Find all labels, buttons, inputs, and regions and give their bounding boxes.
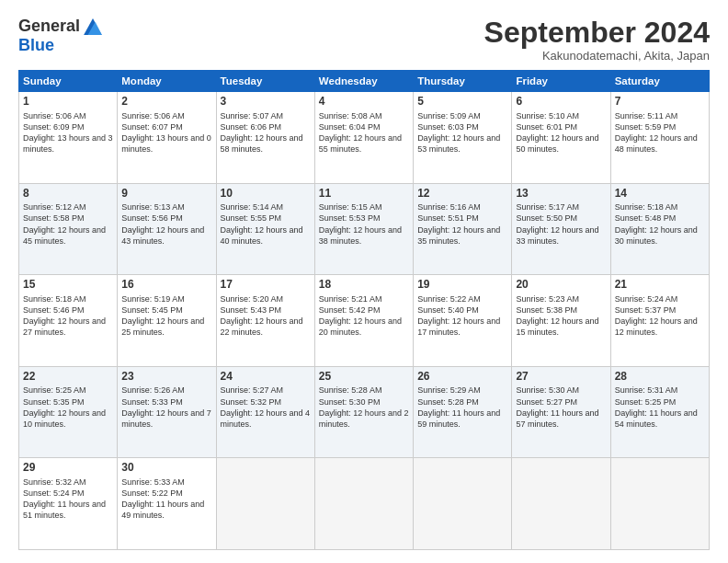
day-info: Sunrise: 5:33 AMSunset: 5:22 PMDaylight:… (121, 477, 211, 522)
table-row (610, 458, 709, 550)
day-info: Sunrise: 5:17 AMSunset: 5:50 PMDaylight:… (516, 201, 606, 247)
table-row: 17Sunrise: 5:20 AMSunset: 5:43 PMDayligh… (216, 275, 314, 367)
day-number: 1 (23, 95, 113, 109)
table-row: 6Sunrise: 5:10 AMSunset: 6:01 PMDaylight… (512, 92, 610, 184)
table-row: 13Sunrise: 5:17 AMSunset: 5:50 PMDayligh… (512, 183, 610, 275)
table-row: 25Sunrise: 5:28 AMSunset: 5:30 PMDayligh… (314, 366, 413, 458)
day-number: 25 (319, 370, 409, 385)
day-number: 18 (319, 278, 409, 293)
table-row: 8Sunrise: 5:12 AMSunset: 5:58 PMDaylight… (19, 183, 118, 275)
table-row: 15Sunrise: 5:18 AMSunset: 5:46 PMDayligh… (19, 275, 118, 367)
day-number: 22 (23, 370, 113, 385)
table-row: 27Sunrise: 5:30 AMSunset: 5:27 PMDayligh… (512, 366, 610, 458)
table-row: 18Sunrise: 5:21 AMSunset: 5:42 PMDayligh… (314, 275, 413, 367)
table-row (512, 458, 610, 550)
day-number: 17 (221, 278, 311, 293)
table-row: 12Sunrise: 5:16 AMSunset: 5:51 PMDayligh… (414, 183, 512, 275)
day-info: Sunrise: 5:08 AMSunset: 6:04 PMDaylight:… (319, 110, 409, 155)
header-tuesday: Tuesday (216, 71, 314, 92)
table-row: 26Sunrise: 5:29 AMSunset: 5:28 PMDayligh… (414, 366, 512, 458)
page: General Blue September 2024 Kakunodatema… (0, 0, 728, 563)
logo-blue-text: Blue (18, 36, 54, 55)
day-number: 19 (417, 278, 507, 293)
header-monday: Monday (118, 71, 216, 92)
table-row: 20Sunrise: 5:23 AMSunset: 5:38 PMDayligh… (512, 275, 610, 367)
header-thursday: Thursday (414, 71, 512, 92)
day-info: Sunrise: 5:27 AMSunset: 5:32 PMDaylight:… (221, 385, 311, 430)
day-info: Sunrise: 5:16 AMSunset: 5:51 PMDaylight:… (417, 201, 507, 247)
day-number: 24 (221, 370, 311, 385)
day-info: Sunrise: 5:18 AMSunset: 5:48 PMDaylight:… (615, 201, 705, 247)
day-info: Sunrise: 5:20 AMSunset: 5:43 PMDaylight:… (221, 293, 311, 339)
day-number: 30 (121, 461, 211, 476)
day-number: 29 (23, 461, 113, 476)
day-info: Sunrise: 5:06 AMSunset: 6:09 PMDaylight:… (23, 110, 113, 155)
table-row (414, 458, 512, 550)
day-number: 6 (516, 95, 606, 109)
day-info: Sunrise: 5:10 AMSunset: 6:01 PMDaylight:… (516, 110, 606, 155)
day-number: 13 (516, 187, 606, 201)
day-info: Sunrise: 5:30 AMSunset: 5:27 PMDaylight:… (516, 385, 606, 430)
day-info: Sunrise: 5:21 AMSunset: 5:42 PMDaylight:… (319, 293, 409, 339)
day-number: 14 (615, 187, 705, 201)
day-number: 7 (615, 95, 705, 109)
day-info: Sunrise: 5:32 AMSunset: 5:24 PMDaylight:… (23, 477, 113, 522)
table-row: 30Sunrise: 5:33 AMSunset: 5:22 PMDayligh… (118, 458, 216, 550)
header-sunday: Sunday (19, 71, 118, 92)
day-info: Sunrise: 5:13 AMSunset: 5:56 PMDaylight:… (121, 201, 211, 247)
day-number: 2 (121, 95, 211, 109)
table-row: 4Sunrise: 5:08 AMSunset: 6:04 PMDaylight… (314, 92, 413, 184)
table-row: 7Sunrise: 5:11 AMSunset: 5:59 PMDaylight… (610, 92, 709, 184)
table-row: 10Sunrise: 5:14 AMSunset: 5:55 PMDayligh… (216, 183, 314, 275)
day-number: 8 (23, 187, 113, 201)
day-info: Sunrise: 5:22 AMSunset: 5:40 PMDaylight:… (417, 293, 507, 339)
table-row: 5Sunrise: 5:09 AMSunset: 6:03 PMDaylight… (414, 92, 512, 184)
calendar-week-row: 1Sunrise: 5:06 AMSunset: 6:09 PMDaylight… (19, 92, 710, 184)
header-saturday: Saturday (610, 71, 709, 92)
day-info: Sunrise: 5:09 AMSunset: 6:03 PMDaylight:… (417, 110, 507, 155)
logo-general-text: General (18, 17, 80, 36)
day-info: Sunrise: 5:25 AMSunset: 5:35 PMDaylight:… (23, 385, 113, 430)
day-number: 21 (615, 278, 705, 293)
day-number: 15 (23, 278, 113, 293)
day-info: Sunrise: 5:14 AMSunset: 5:55 PMDaylight:… (221, 201, 311, 247)
logo: General Blue (18, 17, 102, 55)
table-row: 24Sunrise: 5:27 AMSunset: 5:32 PMDayligh… (216, 366, 314, 458)
table-row (216, 458, 314, 550)
day-number: 12 (417, 187, 507, 201)
day-number: 5 (417, 95, 507, 109)
day-info: Sunrise: 5:12 AMSunset: 5:58 PMDaylight:… (23, 201, 113, 247)
calendar-week-row: 29Sunrise: 5:32 AMSunset: 5:24 PMDayligh… (19, 458, 710, 550)
table-row: 2Sunrise: 5:06 AMSunset: 6:07 PMDaylight… (118, 92, 216, 184)
calendar-week-row: 15Sunrise: 5:18 AMSunset: 5:46 PMDayligh… (19, 275, 710, 367)
day-info: Sunrise: 5:19 AMSunset: 5:45 PMDaylight:… (121, 293, 211, 339)
table-row: 28Sunrise: 5:31 AMSunset: 5:25 PMDayligh… (610, 366, 709, 458)
table-row: 29Sunrise: 5:32 AMSunset: 5:24 PMDayligh… (19, 458, 118, 550)
month-title: September 2024 (484, 17, 710, 49)
day-number: 10 (221, 187, 311, 201)
table-row (314, 458, 413, 550)
day-number: 9 (121, 187, 211, 201)
day-info: Sunrise: 5:07 AMSunset: 6:06 PMDaylight:… (221, 110, 311, 155)
day-number: 27 (516, 370, 606, 385)
day-info: Sunrise: 5:28 AMSunset: 5:30 PMDaylight:… (319, 385, 409, 430)
day-number: 28 (615, 370, 705, 385)
calendar-week-row: 8Sunrise: 5:12 AMSunset: 5:58 PMDaylight… (19, 183, 710, 275)
day-number: 16 (121, 278, 211, 293)
calendar-table: Sunday Monday Tuesday Wednesday Thursday… (18, 70, 710, 550)
day-number: 11 (319, 187, 409, 201)
table-row: 21Sunrise: 5:24 AMSunset: 5:37 PMDayligh… (610, 275, 709, 367)
day-info: Sunrise: 5:11 AMSunset: 5:59 PMDaylight:… (615, 110, 705, 155)
day-number: 20 (516, 278, 606, 293)
table-row: 9Sunrise: 5:13 AMSunset: 5:56 PMDaylight… (118, 183, 216, 275)
table-row: 19Sunrise: 5:22 AMSunset: 5:40 PMDayligh… (414, 275, 512, 367)
header: General Blue September 2024 Kakunodatema… (18, 17, 710, 63)
location-subtitle: Kakunodatemachi, Akita, Japan (484, 49, 710, 63)
day-number: 4 (319, 95, 409, 109)
header-friday: Friday (512, 71, 610, 92)
day-info: Sunrise: 5:06 AMSunset: 6:07 PMDaylight:… (121, 110, 211, 155)
title-block: September 2024 Kakunodatemachi, Akita, J… (484, 17, 710, 63)
day-info: Sunrise: 5:29 AMSunset: 5:28 PMDaylight:… (417, 385, 507, 430)
day-info: Sunrise: 5:31 AMSunset: 5:25 PMDaylight:… (615, 385, 705, 430)
table-row: 14Sunrise: 5:18 AMSunset: 5:48 PMDayligh… (610, 183, 709, 275)
